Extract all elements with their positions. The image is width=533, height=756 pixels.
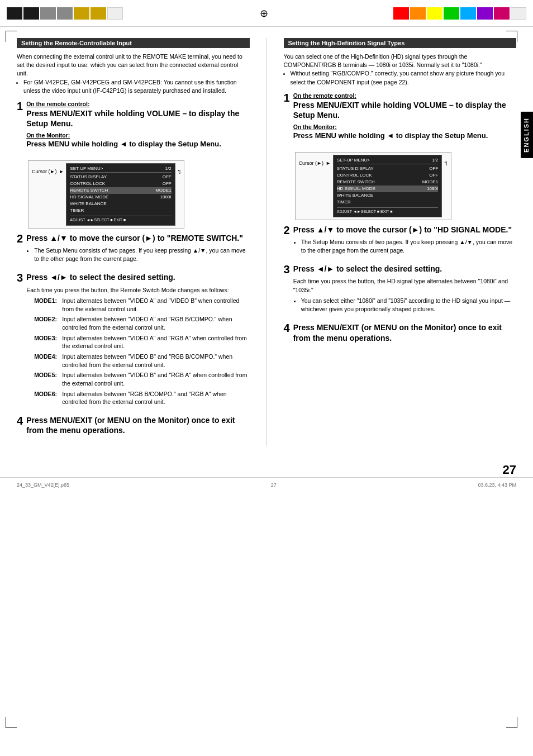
- step-1-title: Press MENU/EXIT while holding VOLUME – t…: [26, 108, 249, 129]
- mode-label: MODE4:: [34, 353, 62, 369]
- color-blocks-left: [7, 7, 123, 20]
- menu-row-value: MODE1: [422, 179, 438, 186]
- right-menu-diagram: Cursor (►) ► SET-UP MENU> 1/2 STATUS DIS…: [295, 152, 451, 220]
- step-2-bullet: The Setup Menu consists of two pages. If…: [34, 246, 249, 263]
- menu-row-label: REMOTE SWITCH: [70, 187, 108, 194]
- color-block: [74, 7, 89, 20]
- menu-row-label: CONTROL LOCK: [70, 180, 105, 187]
- right-step-3-title: Press ◄/► to select the desired setting.: [293, 264, 516, 274]
- menu-row-value: OFF: [429, 165, 438, 172]
- menu-row-remote-selected: REMOTE SWITCH MODE1: [70, 187, 171, 194]
- right-menu-row-remote: REMOTE SWITCH MODE1: [337, 179, 438, 186]
- right-menu-row-timer: TIMER: [337, 199, 438, 206]
- step-1-number: 1: [17, 101, 23, 112]
- left-menu-title: SET-UP MENU> 1/2: [70, 165, 171, 173]
- step-3-content: Press ◄/► to select the desired setting.…: [26, 272, 249, 408]
- mode-list-item: MODE3: Input alternates between "VIDEO A…: [34, 334, 249, 350]
- left-step-2: 2 Press ▲/▼ to move the cursor (►) to "R…: [17, 233, 250, 266]
- right-step-1-sub-label: On the Monitor:: [293, 123, 516, 130]
- left-intro: When connecting the external control uni…: [17, 53, 250, 95]
- right-step-2-bullet: The Setup Menu consists of two pages. If…: [301, 238, 516, 255]
- right-step-2: 2 Press ▲/▼ to move the cursor (►) to "H…: [284, 225, 517, 258]
- menu-row-label: TIMER: [70, 207, 84, 214]
- right-step-1-number: 1: [284, 92, 290, 103]
- right-menu-row-control: CONTROL LOCK OFF: [337, 172, 438, 179]
- menu-row-value: 1080I: [427, 186, 438, 192]
- footer-left: 24_33_GM_V42[E].p65: [17, 482, 69, 488]
- color-block: [91, 7, 106, 20]
- step-4-title: Press MENU/EXIT (or MENU on the Monitor)…: [26, 415, 249, 435]
- right-menu-row-white: WHITE BALANCE: [337, 192, 438, 199]
- color-block: [40, 7, 56, 20]
- right-cursor-label: Cursor (►): [299, 160, 323, 166]
- mode-label: MODE3:: [34, 334, 62, 350]
- right-step-4: 4 Press MENU/EXIT (or MENU on the Monito…: [284, 322, 517, 346]
- step-3-body: Each time you press the button, the Remo…: [26, 286, 249, 406]
- step-2-number: 2: [17, 233, 23, 244]
- menu-row-label: STATUS DISPLAY: [70, 174, 107, 180]
- menu-row-white: WHITE BALANCE: [70, 201, 171, 207]
- right-step-2-body: The Setup Menu consists of two pages. If…: [293, 238, 516, 255]
- right-step-2-content: Press ▲/▼ to move the cursor (►) to "HD …: [293, 225, 516, 258]
- right-step-2-title: Press ▲/▼ to move the cursor (►) to "HD …: [293, 225, 516, 235]
- color-block: [393, 7, 409, 20]
- step-1-sub-title: Press MENU while holding ◄ to display th…: [26, 140, 249, 149]
- mode-list-item: MODE5: Input alternates between "VIDEO B…: [34, 371, 249, 387]
- color-block: [477, 7, 493, 20]
- left-step-1: 1 On the remote control: Press MENU/EXIT…: [17, 101, 250, 154]
- step-2-title: Press ▲/▼ to move the cursor (►) to "REM…: [26, 233, 249, 243]
- mode-desc: Input alternates between "RGB B/COMPO." …: [62, 390, 249, 406]
- left-intro-text: When connecting the external control uni…: [17, 53, 242, 77]
- right-step-4-title: Press MENU/EXIT (or MENU on the Monitor)…: [293, 322, 516, 343]
- page-content: Setting the Remote-Controllable Input Wh…: [0, 27, 533, 457]
- menu-row-timer: TIMER: [70, 207, 171, 214]
- corner-mark-tr: [506, 31, 517, 42]
- footer-right: 03.6.23, 4:43 PM: [478, 482, 516, 488]
- page-number: 27: [0, 463, 533, 477]
- right-menu-page: 1/2: [432, 157, 438, 164]
- color-block: [460, 7, 476, 20]
- left-step-4: 4 Press MENU/EXIT (or MENU on the Monito…: [17, 415, 250, 439]
- mode-label: MODE6:: [34, 390, 62, 406]
- menu-row-label: REMOTE SWITCH: [337, 179, 375, 186]
- step-4-content: Press MENU/EXIT (or MENU on the Monitor)…: [26, 415, 249, 439]
- corner-mark-br: [506, 717, 517, 728]
- left-menu-page: 1/2: [165, 165, 172, 172]
- top-bar: ⊕: [0, 0, 533, 27]
- right-step-1-sub-title: Press MENU while holding ◄ to display th…: [293, 131, 516, 141]
- right-step-1-label: On the remote control:: [293, 92, 516, 99]
- mode-desc: Input alternates between "VIDEO B" and "…: [62, 371, 249, 387]
- mode-list-item: MODE4: Input alternates between "VIDEO B…: [34, 353, 249, 369]
- menu-row-status: STATUS DISPLAY OFF: [70, 174, 171, 180]
- right-menu-row-status: STATUS DISPLAY OFF: [337, 165, 438, 172]
- step-1-label: On the remote control:: [26, 101, 249, 107]
- right-step-3-content: Press ◄/► to select the desired setting.…: [293, 264, 516, 316]
- mode-label: MODE2:: [34, 315, 62, 331]
- menu-row-value: OFF: [163, 180, 172, 187]
- color-block: [23, 7, 39, 20]
- menu-row-value: OFF: [429, 172, 438, 179]
- mode-list-item: MODE6: Input alternates between "RGB B/C…: [34, 390, 249, 406]
- right-step-3-body-text: Each time you press the button, the HD s…: [293, 278, 508, 293]
- step-3-body-text: Each time you press the button, the Remo…: [26, 287, 229, 293]
- menu-row-label: TIMER: [337, 199, 351, 206]
- right-column: Setting the High-Definition Signal Types…: [284, 38, 517, 446]
- crosshair-symbol: ⊕: [134, 7, 393, 20]
- mode-list: MODE1: Input alternates between "VIDEO A…: [34, 297, 249, 406]
- color-block: [107, 7, 123, 20]
- right-step-3: 3 Press ◄/► to select the desired settin…: [284, 264, 517, 316]
- right-intro: You can select one of the High-Definitio…: [284, 53, 517, 87]
- right-step-4-content: Press MENU/EXIT (or MENU on the Monitor)…: [293, 322, 516, 346]
- left-section-header: Setting the Remote-Controllable Input: [17, 38, 250, 48]
- color-block: [427, 7, 442, 20]
- left-menu-title-text: SET-UP MENU>: [70, 165, 103, 172]
- left-bullet: For GM-V42PCE, GM-V42PCEG and GM-V42PCEB…: [23, 78, 250, 95]
- right-menu-box: SET-UP MENU> 1/2 STATUS DISPLAY OFF CONT…: [333, 155, 442, 217]
- right-step-3-bullet: You can select either "1080i" and "1035i…: [301, 297, 516, 313]
- mode-label: MODE1:: [34, 297, 62, 313]
- mode-desc: Input alternates between "VIDEO B" and "…: [62, 353, 249, 369]
- menu-row-value: 1080I: [160, 194, 172, 201]
- right-menu-footnote: *]: [444, 160, 447, 165]
- left-menu-bottom: ADJUST ◄►SELECT ■ EXIT ■: [70, 216, 171, 224]
- step-4-number: 4: [17, 415, 23, 426]
